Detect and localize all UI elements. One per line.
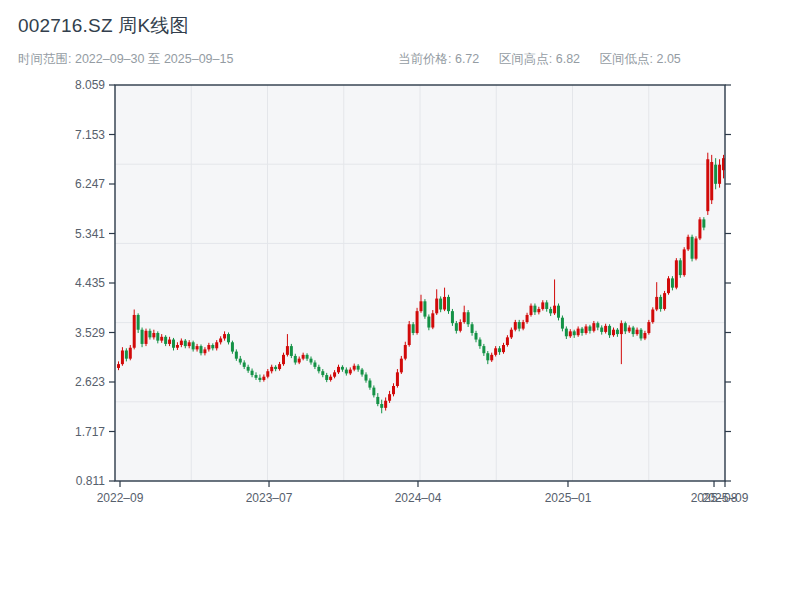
- candle: [423, 299, 426, 319]
- candle: [145, 329, 148, 346]
- x-tick-label: 2022–09: [97, 491, 144, 505]
- candle: [133, 309, 136, 349]
- page-title: 002716.SZ 周K线图: [18, 13, 189, 39]
- y-tick-label: 3.529: [75, 326, 105, 340]
- date-range-label: 时间范围: 2022–09–30 至 2025–09–15: [18, 51, 233, 68]
- x-tick-label: 2025–01: [545, 491, 592, 505]
- kline-page: 002716.SZ 周K线图 时间范围: 2022–09–30 至 2025–0…: [0, 0, 800, 600]
- candle: [706, 153, 709, 215]
- candle: [691, 235, 694, 262]
- candle: [698, 217, 701, 240]
- candle: [447, 295, 450, 314]
- candle: [710, 155, 713, 204]
- range-high-stat: 区间高点: 6.82: [499, 52, 580, 66]
- y-tick-label: 1.717: [75, 425, 105, 439]
- price-stats: 当前价格: 6.72 区间高点: 6.82 区间低点: 2.05: [398, 51, 697, 68]
- y-tick-label: 7.153: [75, 128, 105, 142]
- x-tick-label: 2023–07: [246, 491, 293, 505]
- kline-chart: 0.8111.7172.6233.5294.4355.3416.2477.153…: [0, 70, 800, 600]
- candle: [667, 276, 670, 295]
- candle: [695, 236, 698, 260]
- x-tick-label: 2025–09: [702, 491, 749, 505]
- y-tick-label: 2.623: [75, 375, 105, 389]
- candle: [651, 307, 654, 323]
- x-tick-label: 2024–04: [395, 491, 442, 505]
- candle: [663, 291, 666, 311]
- y-tick-label: 0.811: [76, 474, 105, 488]
- y-tick-label: 6.247: [75, 177, 105, 191]
- y-tick-label: 5.341: [75, 227, 105, 241]
- y-tick-label: 4.435: [75, 276, 105, 290]
- candle: [675, 258, 678, 289]
- candle: [647, 320, 650, 335]
- candle: [679, 258, 682, 278]
- candle: [683, 247, 686, 277]
- y-tick-label: 8.059: [75, 78, 105, 92]
- range-low-stat: 区间低点: 2.05: [600, 52, 681, 66]
- x-axis: 2022–092023–072024–042025–012025–082025–…: [97, 481, 749, 505]
- current-price-stat: 当前价格: 6.72: [398, 52, 479, 66]
- candle: [416, 308, 419, 335]
- candle: [408, 321, 411, 347]
- candle: [687, 235, 690, 251]
